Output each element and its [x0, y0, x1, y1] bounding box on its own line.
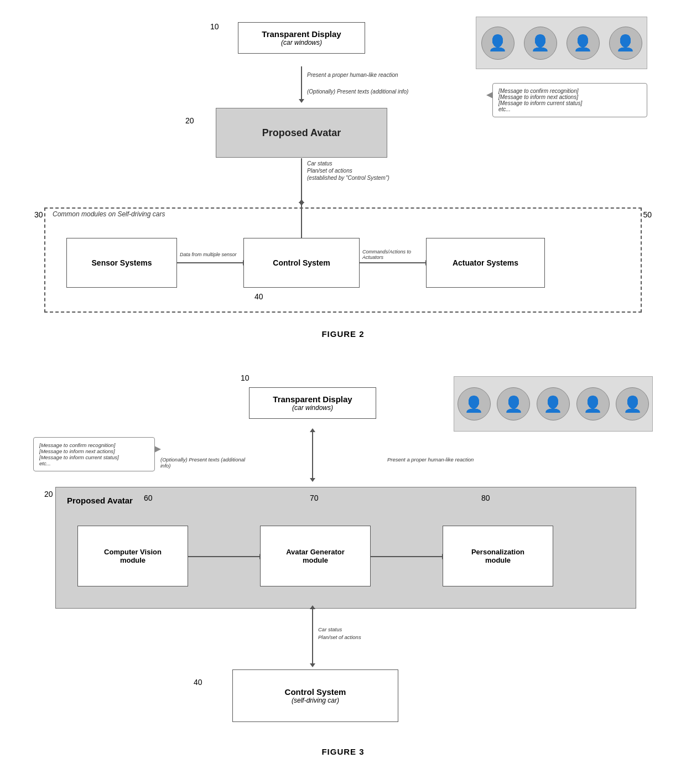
face-icon-fig3-3: 👤	[537, 387, 570, 420]
face-icon-2: 👤	[524, 27, 557, 60]
avatar-label-fig2: Proposed Avatar	[262, 127, 341, 139]
sensor-label-fig2: Sensor Systems	[92, 258, 152, 267]
fig2-caption: FIGURE 2	[22, 329, 664, 339]
face-icon-4: 👤	[609, 27, 642, 60]
speech-bubble-fig2: [Message to confirm recognition] [Messag…	[492, 83, 647, 117]
label-30-fig2: 30	[34, 210, 43, 219]
face-icon-fig3-5: 👤	[616, 387, 649, 420]
figure3: 10 Transparent Display (car windows) 👤 👤…	[22, 371, 664, 784]
speech-bubble-fig3: [Message to confirm recognition] [Messag…	[33, 437, 155, 471]
ag-box-fig3: Avatar Generator module	[260, 526, 371, 586]
face-strip-fig2: 👤 👤 👤 👤	[476, 17, 647, 69]
arrow-ag-down-fig3	[312, 609, 313, 664]
transparent-display-box-fig3: Transparent Display (car windows)	[249, 387, 376, 419]
lbl-optional-fig3: (Optionally) Present texts (additional i…	[160, 456, 254, 469]
td-sub-label-fig3: (car windows)	[254, 404, 371, 412]
td-sub-label-fig2: (car windows)	[243, 39, 360, 46]
td-main-label-fig3: Transparent Display	[254, 394, 371, 404]
face-icon-fig3-4: 👤	[576, 387, 610, 420]
label-20-fig2: 20	[185, 116, 194, 125]
label-60-fig3: 60	[144, 494, 153, 502]
label-10-fig3: 10	[241, 373, 250, 382]
transparent-display-box-fig2: Transparent Display (car windows)	[238, 22, 365, 54]
control-box-fig3: Control System (self-driving car)	[232, 669, 398, 722]
arrow-ag-pers	[371, 556, 443, 557]
page: 10 Transparent Display (car windows) 👤 👤…	[0, 0, 686, 784]
cv-label-fig3: Computer Vision module	[104, 548, 162, 564]
cv-box-fig3: Computer Vision module	[77, 526, 188, 586]
control-main-label-fig3: Control System	[285, 687, 346, 697]
label-10-fig2: 10	[210, 22, 219, 31]
face-icon-1: 👤	[481, 27, 514, 60]
arrow-control-actuator	[360, 262, 426, 263]
speech-line-2-fig2: [Message to inform next actions]	[498, 94, 641, 100]
label-50-fig2: 50	[643, 210, 652, 219]
lbl-plan-fig2: Plan/set of actions	[307, 168, 352, 174]
lbl-car-status-fig3: Car status	[318, 626, 342, 632]
speech-line-2-fig3: [Message to inform next actions]	[39, 448, 149, 454]
arrow-td-avatar-fig3	[312, 432, 313, 479]
lbl-commands: Commands/Actions to Actuators	[362, 249, 423, 260]
pers-box-fig3: Personalization module	[443, 526, 553, 586]
ag-label-fig3: Avatar Generator module	[286, 548, 345, 564]
pers-label-fig3: Personalization module	[471, 548, 524, 564]
speech-line-1-fig3: [Message to confirm recognition]	[39, 442, 149, 448]
arrow-avatar-to-dash	[301, 158, 302, 203]
lbl-plan-fig3: Plan/set of actions	[318, 634, 361, 640]
arrow-td-to-avatar	[301, 66, 302, 100]
actuator-label-fig2: Actuator Systems	[453, 258, 518, 267]
lbl-present-human-fig3: Present a proper human-like reaction	[387, 456, 487, 463]
lbl-present-human-fig2: Present a proper human-like reaction	[307, 72, 418, 78]
dashed-box-label-fig2: Common modules on Self-driving cars	[53, 210, 165, 218]
label-70-fig3: 70	[310, 494, 319, 502]
label-40-fig2: 40	[254, 292, 263, 301]
face-strip-fig3: 👤 👤 👤 👤 👤	[454, 376, 653, 432]
avatar-box-fig2: Proposed Avatar	[216, 108, 387, 158]
fig2-inner: 10 Transparent Display (car windows) 👤 👤…	[22, 11, 664, 354]
figure2: 10 Transparent Display (car windows) 👤 👤…	[22, 11, 664, 354]
lbl-established-fig2: (established by "Control System")	[307, 175, 389, 181]
lbl-data-multiple: Data from multiple sensor	[180, 252, 241, 257]
face-icon-fig3-2: 👤	[497, 387, 530, 420]
lbl-car-status-fig2: Car status	[307, 160, 332, 167]
speech-line-4-fig2: etc...	[498, 106, 641, 112]
control-sub-label-fig3: (self-driving car)	[292, 697, 339, 704]
face-icon-3: 👤	[567, 27, 600, 60]
arrow-sensor-control	[177, 262, 243, 263]
face-icon-fig3-1: 👤	[458, 387, 491, 420]
td-main-label-fig2: Transparent Display	[243, 29, 360, 39]
actuator-box-fig2: Actuator Systems	[426, 238, 545, 288]
arrow-cv-ag	[188, 556, 260, 557]
label-80-fig3: 80	[481, 494, 490, 502]
speech-line-4-fig3: etc...	[39, 460, 149, 466]
label-20-fig3: 20	[44, 490, 53, 499]
fig3-caption: FIGURE 3	[22, 747, 664, 756]
speech-line-3-fig3: [Message to inform current status]	[39, 454, 149, 460]
control-label-fig2: Control System	[273, 258, 330, 267]
avatar-title-fig3: Proposed Avatar	[67, 496, 133, 505]
control-box-fig2: Control System	[243, 238, 360, 288]
label-40-fig3: 40	[194, 678, 202, 687]
fig3-inner: 10 Transparent Display (car windows) 👤 👤…	[22, 371, 664, 784]
speech-line-3-fig2: [Message to inform current status]	[498, 100, 641, 106]
speech-line-1-fig2: [Message to confirm recognition]	[498, 88, 641, 94]
lbl-optional-fig2: (Optionally) Present texts (additional i…	[307, 89, 429, 95]
sensor-box-fig2: Sensor Systems	[66, 238, 177, 288]
